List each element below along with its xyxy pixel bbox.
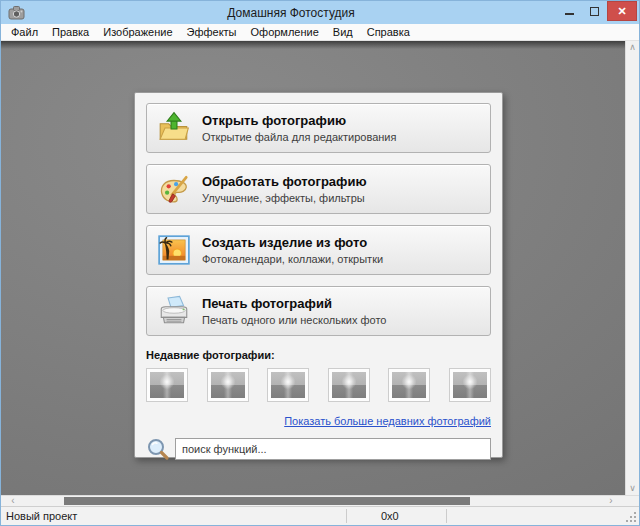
open-photo-button[interactable]: Открыть фотографию Открытие файла для ре… [146, 103, 491, 153]
menu-file[interactable]: Файл [4, 25, 45, 39]
vertical-scrollbar[interactable]: ∧ ∨ [625, 41, 639, 495]
recent-photos-label: Недавние фотографии: [146, 349, 491, 361]
open-folder-icon [157, 111, 191, 145]
status-image-dimensions: 0x0 [347, 507, 446, 525]
thumbnail-image [453, 372, 487, 398]
create-product-title: Создать изделие из фото [202, 235, 383, 251]
app-window: Домашняя Фотостудия ✕ Файл Правка Изобра… [0, 0, 640, 526]
minimize-icon [565, 13, 574, 15]
status-project-name: Новый проект [1, 507, 346, 525]
recent-photo-thumbnail-3[interactable] [267, 368, 309, 402]
print-photos-title: Печать фотографий [202, 296, 386, 312]
printer-icon [157, 294, 191, 328]
edit-photo-subtitle: Улучшение, эффекты, фильтры [202, 191, 367, 205]
menu-help[interactable]: Справка [360, 25, 417, 39]
maximize-icon [590, 7, 599, 16]
open-photo-title: Открыть фотографию [202, 113, 396, 129]
window-controls: ✕ [557, 1, 637, 24]
thumbnail-image [211, 372, 245, 398]
camera-app-icon [8, 5, 25, 20]
recent-photo-thumbnail-5[interactable] [388, 368, 430, 402]
recent-photo-thumbnail-1[interactable] [146, 368, 188, 402]
thumbnail-image [271, 372, 305, 398]
recent-photo-thumbnail-2[interactable] [207, 368, 249, 402]
edit-photo-button[interactable]: Обработать фотографию Улучшение, эффекты… [146, 164, 491, 214]
search-functions-input[interactable] [175, 438, 491, 460]
thumbnail-image [150, 372, 184, 398]
status-bar: Новый проект 0x0 [1, 506, 639, 525]
photo-collage-icon [157, 233, 191, 267]
palette-icon [157, 172, 191, 206]
thumbnail-image [332, 372, 366, 398]
menu-view[interactable]: Вид [326, 25, 360, 39]
menu-effects[interactable]: Эффекты [180, 25, 244, 39]
create-product-subtitle: Фотокалендари, коллажи, открытки [202, 252, 383, 266]
minimize-button[interactable] [557, 1, 582, 21]
search-icon [146, 437, 170, 461]
scroll-up-icon[interactable]: ∧ [626, 41, 639, 54]
recent-photo-thumbnail-6[interactable] [449, 368, 491, 402]
create-product-button[interactable]: Создать изделие из фото Фотокалендари, к… [146, 225, 491, 275]
print-photos-subtitle: Печать одного или нескольких фото [202, 313, 386, 327]
scrollbar-corner [625, 496, 639, 506]
status-extra-panel [447, 507, 639, 525]
recent-photos-row [146, 368, 491, 402]
print-photos-button[interactable]: Печать фотографий Печать одного или неск… [146, 286, 491, 336]
resize-grip[interactable] [626, 512, 637, 523]
thumbnail-image [392, 372, 426, 398]
recent-photo-thumbnail-4[interactable] [328, 368, 370, 402]
scroll-right-icon[interactable]: › [603, 496, 619, 506]
show-more-recent-link[interactable]: Показать больше недавних фотографий [284, 415, 491, 427]
welcome-panel: Открыть фотографию Открытие файла для ре… [134, 92, 503, 458]
edit-photo-title: Обработать фотографию [202, 174, 367, 190]
title-bar: Домашняя Фотостудия ✕ [1, 1, 639, 24]
close-icon: ✕ [617, 5, 626, 18]
window-title: Домашняя Фотостудия [25, 6, 557, 20]
canvas-workspace: Открыть фотографию Открытие файла для ре… [1, 41, 625, 495]
scroll-down-icon[interactable]: ∨ [626, 482, 639, 495]
scroll-left-icon[interactable]: ‹ [5, 496, 21, 506]
menu-image[interactable]: Изображение [96, 25, 179, 39]
close-button[interactable]: ✕ [607, 1, 637, 21]
horizontal-scrollbar[interactable]: ‹ › [1, 495, 639, 506]
open-photo-subtitle: Открытие файла для редактирования [202, 130, 396, 144]
menu-edit[interactable]: Правка [45, 25, 96, 39]
menu-decoration[interactable]: Оформление [244, 25, 326, 39]
maximize-button[interactable] [582, 1, 607, 21]
menu-bar: Файл Правка Изображение Эффекты Оформлен… [1, 24, 639, 41]
horizontal-scroll-thumb[interactable] [64, 497, 470, 505]
